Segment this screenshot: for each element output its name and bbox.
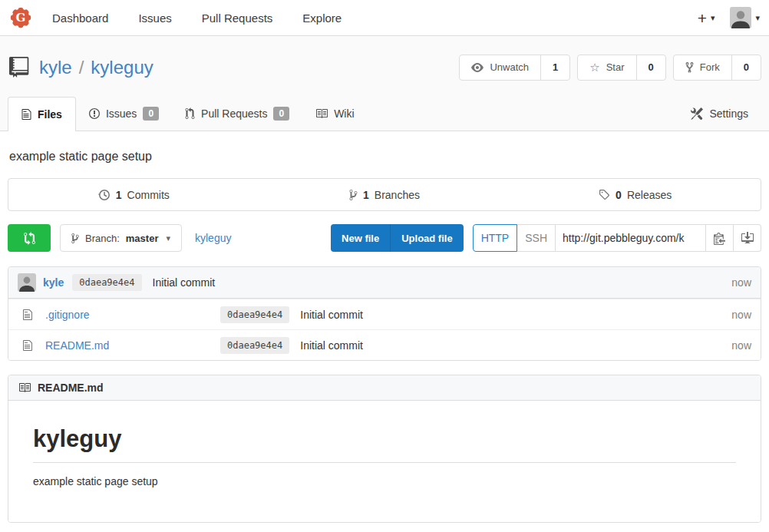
upload-file-button[interactable]: Upload file [390, 224, 463, 252]
readme-paragraph: example static page setup [33, 475, 736, 487]
repo-title-row: kyle / kyleguy Unwatch 1 ☆ Star 0 [0, 36, 769, 97]
pull-requests-count-badge: 0 [273, 107, 289, 121]
file-commit-time: now [731, 339, 751, 352]
repo-name-link[interactable]: kyleguy [91, 57, 153, 78]
tab-pull-requests[interactable]: Pull Requests 0 [172, 97, 302, 131]
git-branch-icon [71, 233, 79, 244]
eye-icon [471, 61, 484, 74]
stars-count[interactable]: 0 [636, 55, 665, 80]
fork-button[interactable]: Fork [674, 55, 731, 80]
compare-button[interactable] [8, 224, 51, 252]
new-file-button[interactable]: New file [331, 224, 390, 252]
branch-caret-icon: ▾ [166, 233, 170, 243]
unwatch-label: Unwatch [490, 61, 529, 73]
watchers-count[interactable]: 1 [540, 55, 569, 80]
tab-settings[interactable]: Settings [678, 97, 761, 131]
file-list: kyle 0daea9e4e4 Initial commit now .giti… [8, 266, 761, 361]
tab-pull-requests-label: Pull Requests [201, 107, 267, 120]
fork-button-group: Fork 0 [673, 55, 761, 81]
readme-heading: kyleguy [33, 425, 736, 463]
readme-content: kyleguy example static page setup [8, 401, 761, 522]
tab-issues[interactable]: Issues 0 [76, 97, 172, 131]
http-protocol-toggle[interactable]: HTTP [473, 224, 518, 252]
create-new-icon[interactable]: + [698, 10, 707, 26]
download-icon [741, 232, 754, 244]
commit-sha-badge[interactable]: 0daea9e4e4 [72, 274, 141, 291]
file-commit-message[interactable]: Initial commit [300, 339, 363, 352]
nav-issues[interactable]: Issues [138, 12, 171, 25]
file-commit-sha-badge[interactable]: 0daea9e4e4 [220, 337, 289, 354]
nav-explore[interactable]: Explore [302, 12, 342, 25]
readme-panel: README.md kyleguy example static page se… [8, 375, 761, 523]
branches-count: 1 [363, 189, 369, 201]
file-row: .gitignore 0daea9e4e4 Initial commit now [8, 299, 761, 329]
branches-stat[interactable]: 1 Branches [259, 179, 510, 210]
branch-dropdown[interactable]: Branch: master ▾ [60, 224, 182, 252]
user-menu-caret-icon[interactable]: ▾ [755, 13, 760, 23]
file-name-link[interactable]: README.md [45, 339, 220, 352]
repo-main: example static page setup 1 Commits 1 Br… [0, 150, 769, 523]
star-label: Star [606, 61, 625, 73]
clone-url-group: HTTP SSH [473, 224, 761, 252]
create-new-caret-icon[interactable]: ▾ [711, 13, 715, 23]
commit-author-avatar[interactable] [18, 273, 36, 292]
readme-filename: README.md [38, 382, 104, 394]
repo-path-link[interactable]: kyleguy [195, 232, 231, 244]
gogs-logo-icon[interactable]: G [9, 6, 32, 29]
repo-stats-bar: 1 Commits 1 Branches 0 Releases [8, 178, 761, 211]
branch-label: Branch: [85, 233, 120, 244]
releases-stat[interactable]: 0 Releases [510, 179, 761, 210]
nav-pull-requests[interactable]: Pull Requests [202, 12, 273, 25]
releases-count: 0 [616, 189, 622, 201]
clipboard-icon [714, 232, 725, 245]
nav-dashboard[interactable]: Dashboard [52, 12, 108, 25]
file-commit-message[interactable]: Initial commit [300, 309, 363, 321]
commits-count: 1 [116, 189, 122, 201]
repo-tab-bar: Files Issues 0 Pull Requests 0 Wiki [0, 97, 769, 131]
repo-owner-link[interactable]: kyle [39, 57, 72, 78]
branch-name: master [126, 233, 159, 244]
copy-clone-url-button[interactable] [706, 224, 734, 252]
git-branch-icon [349, 189, 358, 201]
tab-wiki-label: Wiki [334, 107, 354, 120]
tab-wiki[interactable]: Wiki [302, 97, 367, 131]
releases-label: Releases [627, 189, 672, 201]
tag-icon [599, 189, 610, 200]
book-icon [315, 107, 328, 120]
commits-stat[interactable]: 1 Commits [8, 179, 259, 210]
user-avatar[interactable] [730, 7, 751, 28]
git-pull-request-icon [185, 107, 195, 120]
clone-url-input[interactable] [556, 224, 706, 252]
history-icon [98, 189, 111, 201]
file-commit-sha-badge[interactable]: 0daea9e4e4 [220, 306, 289, 323]
branches-label: Branches [375, 189, 420, 201]
repo-controls-row: Branch: master ▾ kyleguy New file Upload… [8, 224, 761, 252]
file-icon [21, 108, 31, 121]
star-icon: ☆ [589, 61, 599, 73]
readme-header: README.md [8, 375, 761, 401]
issue-opened-icon [89, 107, 100, 120]
repo-action-buttons: Unwatch 1 ☆ Star 0 Fork 0 [459, 55, 761, 81]
tools-icon [691, 107, 703, 120]
commits-label: Commits [127, 189, 170, 201]
git-compare-icon [24, 232, 35, 245]
tab-files[interactable]: Files [8, 97, 76, 131]
tab-files-label: Files [38, 108, 62, 121]
commit-author-link[interactable]: kyle [43, 276, 64, 289]
file-icon [23, 339, 32, 352]
repo-header: kyle / kyleguy Unwatch 1 ☆ Star 0 [0, 36, 769, 131]
book-icon [18, 382, 31, 394]
forks-count[interactable]: 0 [731, 55, 761, 80]
file-icon [23, 309, 32, 321]
unwatch-button[interactable]: Unwatch [460, 55, 540, 80]
star-button[interactable]: ☆ Star [578, 55, 635, 80]
file-name-link[interactable]: .gitignore [45, 309, 220, 321]
svg-text:G: G [16, 11, 26, 25]
clone-controls: New file Upload file HTTP SSH [331, 224, 761, 252]
commit-time: now [731, 276, 751, 289]
repo-title-separator: / [79, 57, 84, 78]
issues-count-badge: 0 [143, 107, 159, 121]
ssh-protocol-toggle[interactable]: SSH [517, 224, 556, 252]
star-button-group: ☆ Star 0 [577, 55, 666, 81]
download-archive-button[interactable] [734, 224, 761, 252]
